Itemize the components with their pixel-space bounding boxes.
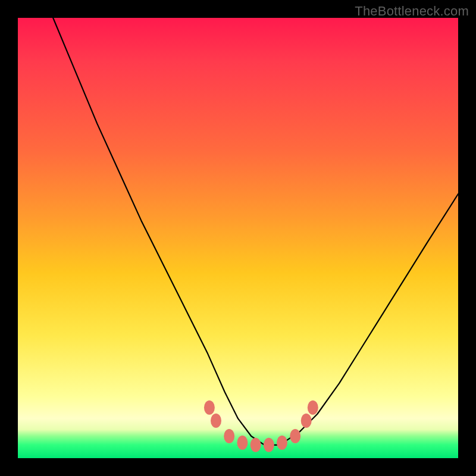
watermark-text: TheBottleneck.com bbox=[355, 4, 469, 19]
background-gradient bbox=[18, 18, 458, 458]
chart-frame: TheBottleneck.com bbox=[0, 0, 476, 476]
plot-area bbox=[18, 18, 458, 458]
